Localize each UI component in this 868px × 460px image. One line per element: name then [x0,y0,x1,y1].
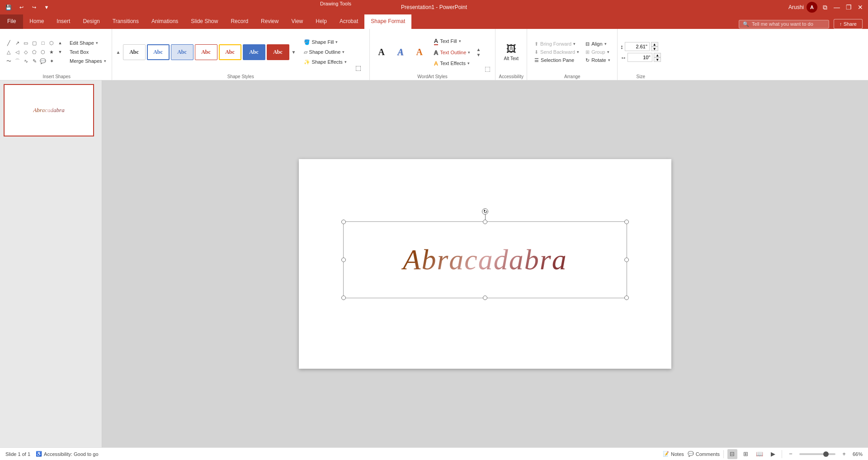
text-fill-button[interactable]: A Text Fill ▾ [431,36,473,47]
text-effects-button[interactable]: A Text Effects ▾ [431,59,473,68]
bring-forward-button[interactable]: ⬆ Bring Forward ▾ [532,40,582,48]
callout-icon[interactable]: 💬 [39,57,47,65]
style-sample-5[interactable]: Abc [219,44,241,60]
height-input[interactable] [625,42,650,51]
styles-scroll-down[interactable]: ▼ [290,50,297,55]
tab-insert[interactable]: Insert [50,14,76,29]
wordart-a-blue[interactable]: A [392,43,410,61]
tab-slide-show[interactable]: Slide Show [184,14,224,29]
handle-middle-left[interactable] [341,258,346,262]
shape-styles-expand[interactable]: ⬚ [350,62,367,73]
edit-shape-button[interactable]: Edit Shape ▾ [67,39,109,47]
rotate-handle[interactable]: ↻ [482,208,488,215]
style-sample-4[interactable]: Abc [195,44,217,60]
width-input[interactable] [627,53,652,62]
shape-scroll-up[interactable]: ▲ [56,39,64,47]
handle-top-middle[interactable] [483,220,487,224]
style-sample-1[interactable]: Abc [123,44,146,60]
triangle-icon[interactable]: △ [5,48,13,56]
freeform-icon[interactable]: ∿ [22,57,30,65]
align-button[interactable]: ⊟ Align ▾ [583,40,613,48]
height-up[interactable]: ▲ [651,42,658,47]
maximize-button[interactable]: ❐ [844,3,853,11]
line-icon[interactable]: ╱ [5,39,13,47]
wordart-scroll-up[interactable]: ▲ [475,47,482,52]
zoom-in-button[interactable]: + [839,449,849,459]
rounded-rect-icon[interactable]: ▢ [30,39,38,47]
handle-middle-right[interactable] [624,258,629,262]
text-box-button[interactable]: Text Box [67,48,109,56]
minimize-button[interactable]: — [833,3,841,11]
tab-home[interactable]: Home [23,14,50,29]
shape-scroll-down[interactable]: ▼ [56,48,64,56]
notes-button[interactable]: 📝 Notes [663,451,684,457]
shape-outline-button[interactable]: ▱ Shape Outline ▾ [301,48,349,56]
rotate-button[interactable]: ↻ Rotate ▾ [583,56,613,64]
merge-shapes-button[interactable]: Merge Shapes ▾ [67,57,109,65]
scribble-icon[interactable]: ✎ [30,57,38,65]
tab-file[interactable]: File [0,14,23,29]
pentagon-icon[interactable]: ⬠ [30,48,38,56]
diamond-icon[interactable]: ◇ [22,48,30,56]
slide-canvas[interactable]: ↻ Abracadabra [299,159,671,369]
handle-bottom-right[interactable] [624,296,629,300]
wavy-icon[interactable]: 〜 [5,57,13,65]
tab-review[interactable]: Review [255,14,285,29]
alt-text-button[interactable]: 🖼 Alt Text [500,42,523,63]
styles-scroll-up[interactable]: ▲ [115,50,122,55]
style-sample-3[interactable]: Abc [171,44,193,60]
tab-record[interactable]: Record [224,14,255,29]
save-button[interactable]: 💾 [4,2,14,12]
star-icon[interactable]: ★ [47,48,56,56]
height-down[interactable]: ▼ [651,47,658,51]
handle-bottom-middle[interactable] [483,296,487,300]
tab-design[interactable]: Design [76,14,106,29]
text-box[interactable]: ↻ Abracadabra [343,221,627,298]
tab-animations[interactable]: Animations [145,14,184,29]
width-up[interactable]: ▲ [654,53,661,57]
selection-pane-button[interactable]: ☰ Selection Pane [532,56,582,64]
customize-qat-button[interactable]: ▼ [42,2,52,12]
rect2-icon[interactable]: □ [39,39,47,47]
arrow-icon[interactable]: ↗ [13,39,21,47]
rtriangle-icon[interactable]: ◁ [13,48,21,56]
style-sample-2[interactable]: Abc [147,44,170,60]
width-down[interactable]: ▼ [654,57,661,62]
group-button[interactable]: ⊞ Group ▾ [583,48,613,56]
slide-sorter-button[interactable]: ⊞ [741,449,751,459]
wordart-expand[interactable]: ⬚ [483,64,492,73]
slide-thumbnail-1[interactable]: Abracadabra [4,84,94,136]
style-sample-7[interactable]: Abc [267,44,289,60]
normal-view-button[interactable]: ⊟ [727,449,737,459]
tab-acrobat[interactable]: Acrobat [333,14,364,29]
wordart-a-black[interactable]: A [373,43,391,61]
shape-effects-button[interactable]: ✨ Shape Effects ▾ [301,58,349,66]
handle-bottom-left[interactable] [341,296,346,300]
star5-icon[interactable]: ✦ [47,57,56,65]
text-outline-button[interactable]: A Text Outline ▾ [431,48,473,57]
search-bar[interactable]: 🔍 Tell me what you want to do [739,20,829,28]
share-button[interactable]: ↑ Share [834,19,863,29]
rect-icon[interactable]: ▭ [22,39,30,47]
reading-view-button[interactable]: 📖 [755,449,764,459]
tab-shape-format[interactable]: Shape Format [364,14,411,29]
slideshow-button[interactable]: ▶ [768,449,778,459]
tab-transitions[interactable]: Transitions [106,14,145,29]
handle-top-right[interactable] [624,220,629,224]
curve-icon[interactable]: ⌒ [13,57,21,65]
hexagon-icon[interactable]: ⬡ [39,48,47,56]
user-avatar[interactable]: A [807,2,817,13]
cylinder-icon[interactable]: ⬡ [47,39,56,47]
zoom-out-button[interactable]: − [786,449,796,459]
shape-fill-button[interactable]: 🪣 Shape Fill ▾ [301,38,349,47]
send-backward-button[interactable]: ⬇ Send Backward ▾ [532,48,582,56]
close-button[interactable]: ✕ [856,3,864,11]
zoom-slider[interactable] [799,453,835,455]
wordart-scroll-down[interactable]: ▼ [475,52,482,57]
undo-button[interactable]: ↩ [16,2,26,12]
comments-button[interactable]: 💬 Comments [688,451,720,457]
tab-view[interactable]: View [285,14,309,29]
style-sample-6[interactable]: Abc [243,44,265,60]
handle-top-left[interactable] [341,220,346,224]
tab-help[interactable]: Help [309,14,333,29]
